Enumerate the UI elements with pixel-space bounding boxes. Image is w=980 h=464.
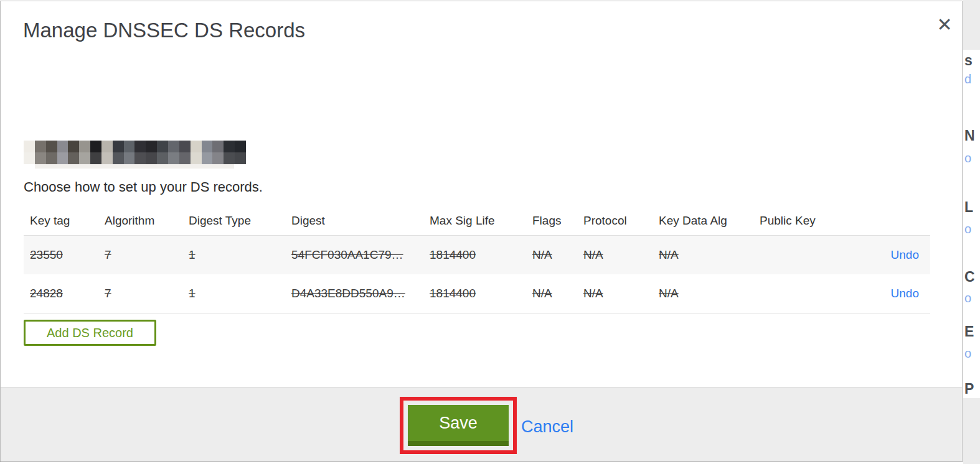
- cell-max-sig-life: 1814400: [430, 287, 476, 300]
- background-text-fragment: s: [964, 52, 973, 69]
- cell-max-sig-life: 1814400: [430, 248, 476, 261]
- column-header: Max Sig Life: [423, 214, 526, 228]
- instruction-text: Choose how to set up your DS records.: [24, 179, 263, 195]
- background-text-fragment: d: [964, 72, 971, 86]
- background-band: [963, 0, 980, 50]
- cell-digest-type: 1: [189, 287, 196, 300]
- ds-records-table: Key tagAlgorithmDigest TypeDigestMax Sig…: [24, 206, 930, 313]
- background-text-fragment: N: [964, 128, 975, 144]
- table-header-row: Key tagAlgorithmDigest TypeDigestMax Sig…: [24, 206, 930, 235]
- table-body: 235507154FCF030AA1C79…1814400N/AN/AN/AUn…: [24, 235, 930, 313]
- cell-key-data-alg: N/A: [659, 287, 679, 300]
- redaction-artifact: [35, 164, 234, 169]
- cell-algorithm: 7: [105, 248, 111, 261]
- save-button[interactable]: Save: [408, 405, 509, 446]
- cell-key-data-alg: N/A: [659, 248, 679, 261]
- undo-link[interactable]: Undo: [891, 248, 919, 261]
- column-header: Public Key: [753, 214, 862, 228]
- background-text-fragment: o: [964, 151, 971, 165]
- background-text-fragment: o: [964, 222, 971, 236]
- background-text-fragment: P: [964, 381, 974, 397]
- background-text-fragment: o: [964, 291, 971, 305]
- cell-digest: 54FCF030AA1C79…: [291, 248, 403, 261]
- manage-dnssec-modal: Manage DNSSEC DS Records ✕ Choose how to…: [0, 1, 963, 462]
- table-row: 2482871D4A33E8DD550A9…1814400N/AN/AN/AUn…: [24, 274, 930, 313]
- cell-algorithm: 7: [105, 287, 111, 300]
- modal-footer: Save Cancel: [1, 387, 962, 462]
- column-header: Digest: [285, 214, 423, 228]
- screen: Manage DNSSEC DS Records ✕ Choose how to…: [0, 0, 980, 464]
- column-header: Key tag: [24, 214, 98, 228]
- column-header: Digest Type: [182, 214, 285, 228]
- page-title: Manage DNSSEC DS Records: [23, 19, 305, 42]
- cancel-link[interactable]: Cancel: [521, 417, 573, 437]
- column-header: Key Data Alg: [653, 214, 753, 228]
- cell-protocol: N/A: [583, 287, 603, 300]
- cell-flags: N/A: [532, 287, 552, 300]
- cell-protocol: N/A: [583, 248, 603, 261]
- background-text-fragment: C: [964, 269, 975, 285]
- background-text-fragment: E: [964, 323, 974, 340]
- close-icon[interactable]: ✕: [933, 14, 956, 36]
- cell-digest: D4A33E8DD550A9…: [291, 287, 405, 300]
- background-text-fragment: o: [964, 346, 971, 361]
- column-header: Flags: [526, 214, 577, 228]
- add-ds-record-button[interactable]: Add DS Record: [24, 320, 156, 346]
- column-header: Algorithm: [98, 214, 182, 228]
- cell-key-tag: 23550: [30, 248, 63, 261]
- background-page-edge: sdNoLoCoEoP: [963, 0, 980, 464]
- column-header: Protocol: [577, 214, 653, 228]
- background-text-fragment: L: [964, 199, 973, 216]
- cell-flags: N/A: [532, 248, 552, 261]
- redacted-domain-name: [24, 141, 246, 164]
- undo-link[interactable]: Undo: [891, 287, 919, 300]
- cell-key-tag: 24828: [30, 287, 63, 300]
- annotation-highlight-box: Save: [400, 397, 517, 454]
- cell-digest-type: 1: [189, 248, 196, 261]
- table-row: 235507154FCF030AA1C79…1814400N/AN/AN/AUn…: [24, 236, 930, 274]
- background-band: [963, 398, 980, 464]
